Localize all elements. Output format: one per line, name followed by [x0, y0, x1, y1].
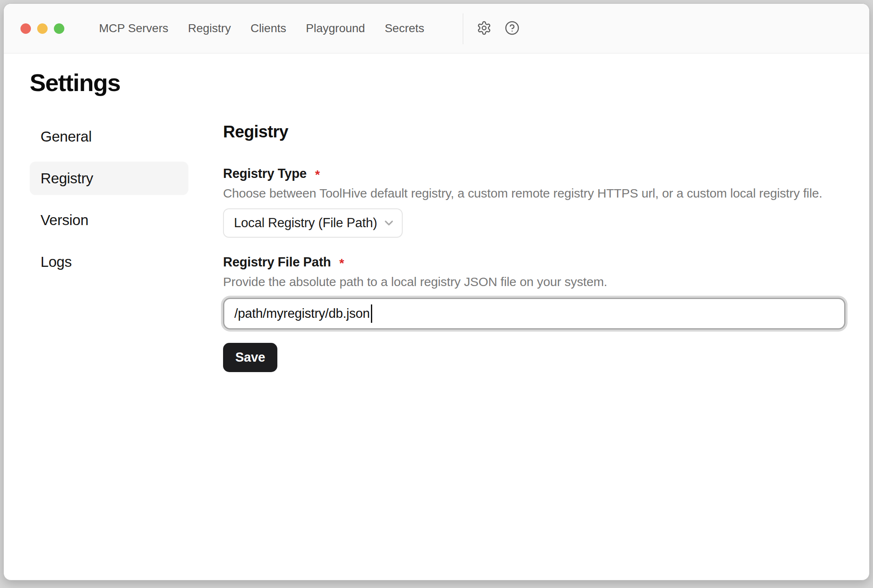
registry-type-label: Registry Type [223, 167, 307, 181]
zoom-window-button[interactable] [54, 23, 64, 34]
required-asterisk: * [315, 167, 320, 181]
settings-sidebar: General Registry Version Logs [30, 120, 188, 287]
desktop-background: MCP Servers Registry Clients Playground … [0, 0, 873, 588]
nav-playground[interactable]: Playground [306, 22, 365, 35]
nav-secrets[interactable]: Secrets [385, 22, 424, 35]
nav-clients[interactable]: Clients [251, 22, 287, 35]
app-window: MCP Servers Registry Clients Playground … [3, 3, 870, 580]
registry-file-path-label: Registry File Path [223, 255, 331, 269]
registry-file-path-description: Provide the absolute path to a local reg… [223, 275, 607, 289]
sidebar-item-logs[interactable]: Logs [30, 245, 188, 279]
nav-mcp-servers[interactable]: MCP Servers [99, 22, 168, 35]
traffic-lights [20, 4, 64, 53]
text-cursor [371, 304, 372, 323]
chevron-down-icon [377, 216, 396, 230]
registry-settings-panel: Registry Registry Type * Choose between … [223, 121, 850, 413]
help-button[interactable] [503, 4, 521, 53]
registry-type-description: Choose between ToolHive default registry… [223, 186, 822, 200]
sidebar-item-registry[interactable]: Registry [30, 162, 188, 195]
registry-type-label-row: Registry Type * [223, 167, 320, 181]
registry-file-path-input[interactable]: /path/myregistry/db.json [223, 298, 845, 329]
section-heading: Registry [223, 123, 288, 140]
save-button[interactable]: Save [223, 343, 277, 372]
sidebar-item-version[interactable]: Version [30, 203, 188, 237]
help-icon [505, 20, 520, 37]
registry-type-selected-value: Local Registry (File Path) [234, 215, 377, 231]
page-title: Settings [30, 71, 120, 95]
required-asterisk: * [339, 255, 344, 270]
titlebar: MCP Servers Registry Clients Playground … [4, 4, 869, 53]
registry-file-path-value: /path/myregistry/db.json [234, 306, 370, 321]
sidebar-item-general[interactable]: General [30, 120, 188, 153]
close-window-button[interactable] [20, 23, 31, 34]
registry-type-select[interactable]: Local Registry (File Path) [223, 208, 403, 238]
main-nav: MCP Servers Registry Clients Playground … [99, 4, 424, 53]
registry-file-path-label-row: Registry File Path * [223, 255, 344, 270]
nav-registry[interactable]: Registry [188, 22, 231, 35]
settings-gear-icon [477, 20, 492, 37]
titlebar-divider [463, 13, 463, 44]
minimize-window-button[interactable] [37, 23, 48, 34]
settings-button[interactable] [475, 4, 493, 53]
